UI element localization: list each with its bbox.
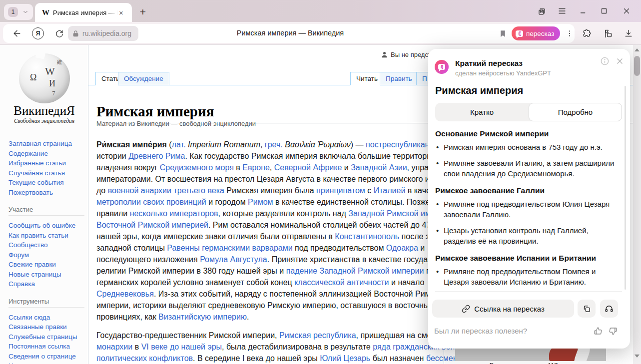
wiki-link[interactable]: политических конфликтов — [96, 354, 193, 363]
logo-glyph: И — [49, 78, 55, 89]
wiki-link[interactable]: Константинополь — [335, 232, 399, 241]
sidebar-link[interactable]: Сообщить об ошибке — [8, 221, 84, 231]
text-segment: Ри́мская импе́рия — [96, 140, 167, 149]
text-segment: ) — — [351, 140, 366, 149]
sidebar-link[interactable]: Новые страницы — [8, 270, 84, 280]
wiki-link[interactable]: греч. — [265, 140, 283, 149]
copy-link-button[interactable]: Ссылка на пересказ — [432, 300, 574, 318]
extensions-puzzle-icon[interactable] — [581, 27, 593, 39]
wiki-tab-2[interactable]: Править — [380, 72, 418, 85]
wiki-link[interactable]: Равенны — [167, 244, 199, 252]
bookmark-icon[interactable] — [497, 27, 509, 39]
new-tab-button[interactable]: + — [136, 5, 150, 19]
scroll-down-arrow[interactable] — [635, 355, 640, 358]
info-icon[interactable] — [599, 55, 610, 66]
wiki-link[interactable]: классической античности — [294, 278, 389, 287]
sidebar-link[interactable]: Заглавная страница — [8, 139, 84, 149]
wiki-link[interactable]: Юлий Цезарь — [320, 354, 370, 363]
wiki-link[interactable]: Римом — [248, 198, 273, 206]
wiki-link[interactable]: принципатом — [316, 186, 365, 195]
sidebar-link[interactable]: Справка — [8, 279, 84, 289]
tab-brief[interactable]: Кратко — [435, 103, 529, 121]
sidebar-link[interactable]: Случайная статья — [8, 168, 84, 178]
sidebar-link[interactable]: Свежие правки — [8, 260, 84, 270]
wiki-link[interactable]: Европе — [242, 163, 270, 172]
text-segment: . Рим оставался номинальной столицей обе… — [208, 221, 454, 229]
sidebar-link[interactable]: Текущие события — [8, 178, 84, 188]
wikipedia-logo[interactable]: W Ω И 維 7 — [19, 53, 70, 103]
wiki-link[interactable]: Ромула Августула — [200, 255, 267, 264]
close-window-button[interactable] — [621, 5, 633, 17]
thumbs-down-icon[interactable] — [607, 325, 619, 337]
text-segment: Βασιλεία Ῥωμαίων — [285, 140, 351, 149]
wiki-link[interactable]: Западной Азии — [351, 163, 407, 172]
refresh-icon[interactable] — [53, 27, 65, 39]
more-options-icon[interactable] — [564, 27, 576, 39]
wiki-link[interactable]: Древнего Рима — [128, 152, 185, 160]
sidebar-link[interactable]: Как править статьи — [8, 231, 84, 241]
tab-strip: 1 W Римская империя — В × + — [0, 0, 641, 22]
sidebar-link[interactable]: Служебные страницы — [8, 332, 84, 342]
empire-map-image[interactable] — [455, 348, 606, 361]
text-segment: провинциях, как — [96, 313, 158, 321]
logo-glyph: Ω — [30, 72, 36, 83]
wiki-link[interactable]: Средиземного моря — [160, 163, 234, 172]
summary-bullet: Римляне завоевали Италию, а затем расшир… — [435, 158, 615, 179]
yandex-home-icon[interactable]: Я — [32, 27, 44, 39]
wiki-link[interactable]: Одоакра — [386, 244, 418, 252]
maximize-button[interactable] — [598, 5, 610, 17]
wiki-link[interactable]: Италией — [374, 186, 406, 195]
wiki-link[interactable]: Римская республика — [279, 331, 356, 340]
copy-text-button[interactable] — [578, 300, 596, 318]
sidebar-link[interactable]: Пожертвовать — [8, 188, 84, 198]
tab-title: Римская империя — В — [53, 9, 118, 16]
wiki-link[interactable]: Восточной Римской империей — [96, 221, 208, 229]
panel-scrollbar[interactable] — [625, 86, 626, 290]
tab-group-chip[interactable]: 1 — [4, 4, 33, 20]
summarize-button[interactable]: (( пересказ — [512, 26, 560, 40]
wiki-link[interactable]: военной анархии третьего века — [108, 186, 224, 195]
sidebar-link[interactable]: Цитировать страницу — [8, 361, 84, 364]
wiki-tab-1[interactable]: Читать — [350, 72, 384, 85]
page-scrollbar[interactable] — [633, 45, 641, 364]
menu-icon[interactable] — [556, 5, 568, 17]
wiki-link[interactable]: падение Западной Римской империи — [286, 267, 424, 275]
download-icon[interactable] — [623, 27, 635, 39]
thumbs-up-icon[interactable] — [592, 325, 604, 337]
sidebar-link[interactable]: Содержание — [8, 149, 84, 159]
wiki-link[interactable]: лат. — [172, 140, 186, 149]
sidebar-link[interactable]: Избранные статьи — [8, 158, 84, 168]
wiki-link[interactable]: Средневековья — [96, 290, 154, 298]
browser-tab[interactable]: W Римская империя — В × — [35, 3, 132, 22]
minimize-button[interactable] — [577, 5, 589, 17]
wiki-link[interactable]: Византийскую империю — [158, 313, 247, 321]
wiki-link[interactable]: VI веке до нашей эры — [141, 343, 222, 351]
wiki-link[interactable]: Северной Африке — [274, 163, 342, 172]
wiki-link[interactable]: несколько императоров — [130, 209, 218, 218]
back-button[interactable] — [11, 27, 23, 39]
text-segment: истории — [96, 152, 128, 160]
wiki-link[interactable]: германскими варварами — [202, 244, 292, 252]
address-bar[interactable]: ru.wikipedia.org — [68, 26, 138, 41]
wiki-link[interactable]: монархии — [96, 343, 132, 351]
collections-icon[interactable] — [602, 27, 614, 39]
text-segment: западной столицы — [96, 244, 167, 252]
wiki-link[interactable]: метрополии своих провинций — [96, 198, 206, 206]
sidebar-link[interactable]: Форум — [8, 250, 84, 260]
text-segment: нашей эры, когда имперские знаки отличия… — [96, 232, 335, 241]
tab-close-icon[interactable]: × — [119, 8, 123, 17]
sidebar-link[interactable]: Постоянная ссылка — [8, 342, 84, 352]
wiki-tab-2[interactable]: Обсуждение — [118, 72, 169, 85]
sidebar-link[interactable]: Сообщество — [8, 240, 84, 250]
text-segment: ( — [167, 140, 172, 149]
side-panel-icon[interactable] — [536, 5, 548, 17]
sidebar-link[interactable]: Ссылки сюда — [8, 313, 84, 323]
scrollbar-thumb[interactable] — [634, 56, 640, 76]
sidebar-link[interactable]: Сведения о странице — [8, 352, 84, 362]
listen-button[interactable] — [600, 300, 618, 318]
tab-detailed[interactable]: Подробно — [529, 103, 622, 121]
scroll-up-arrow[interactable] — [635, 48, 640, 51]
sidebar-link[interactable]: Связанные правки — [8, 322, 84, 332]
close-panel-icon[interactable] — [614, 55, 625, 66]
user-status[interactable]: Вы не предст — [381, 51, 431, 58]
